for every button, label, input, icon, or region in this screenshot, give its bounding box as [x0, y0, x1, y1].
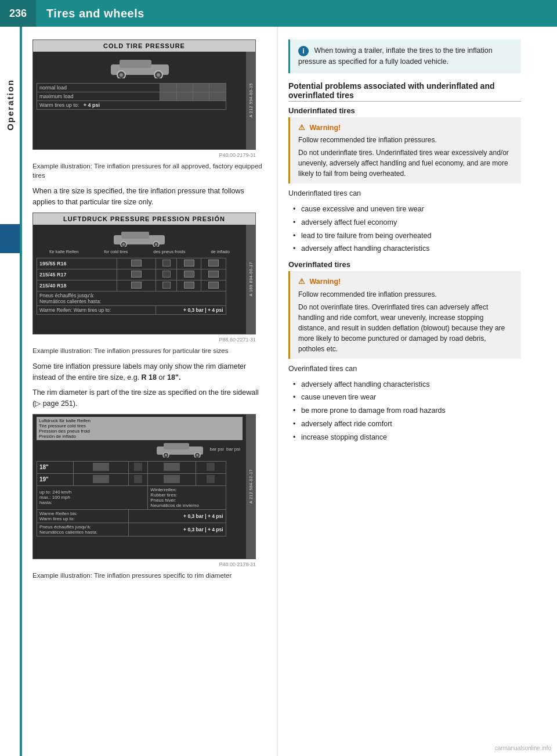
- svg-point-4: [120, 73, 123, 77]
- body2-main: Some tire inflation pressure labels may …: [32, 362, 246, 381]
- left-column: COLD TIRE PRESSURE norma: [22, 27, 277, 756]
- diagram-rim-specific: Luftdruck für kalte Reifen Tire pressure…: [32, 414, 256, 559]
- warning-box-overinflated: ⚠ Warning! Follow recommended tire infla…: [288, 271, 521, 359]
- sub-heading-underinflated: Underinflated tires: [288, 106, 521, 115]
- svg-rect-13: [164, 443, 189, 449]
- warning-title-overinflated: ⚠ Warning!: [298, 276, 513, 287]
- diagram3-ref-side: A 212 584-02-17: [249, 469, 253, 503]
- section-heading-problems: Potential problems associated with under…: [288, 81, 521, 102]
- sub-heading-overinflated: Overinflated tires: [288, 260, 521, 269]
- diagram2-ref: P88.60·2271·31: [32, 337, 256, 343]
- main-content: Operation COLD TIRE PRESSURE: [0, 27, 557, 756]
- diagram3-ref: P40.00·2178·31: [32, 561, 256, 567]
- diagram2-title: LUFTDRUCK PRESSURE PRESSION PRESIÓN: [33, 213, 255, 225]
- bullet-over-3: be more prone to damage from road hazard…: [293, 405, 521, 416]
- page-title: Tires and wheels: [36, 7, 144, 20]
- overinflated-bullets: adversely affect handling characteristic…: [293, 379, 521, 443]
- diagram1-ref-side: A 212 594-00-15: [249, 83, 253, 117]
- right-column: i When towing a trailer, inflate the tir…: [277, 27, 533, 756]
- body2-bold2: 18".: [167, 373, 180, 381]
- diagram1-table: normal load maximum load: [37, 83, 226, 110]
- diagram1-main: normal load maximum load: [33, 52, 246, 149]
- warning-triangle-icon-2: ⚠: [298, 276, 305, 287]
- header-bar: 236 Tires and wheels: [0, 0, 557, 27]
- warning-title-underinflated: ⚠ Warning!: [298, 122, 513, 134]
- bullet-over-2: cause uneven tire wear: [293, 392, 521, 403]
- diagram2-inner: für kalte Reifen for cold tires des pneu…: [33, 225, 255, 334]
- underinflated-bullets: cause excessive and uneven tire wear adv…: [293, 204, 521, 254]
- page-number: 236: [0, 0, 36, 27]
- diagram1-inner: normal load maximum load: [33, 52, 255, 149]
- sidebar: Operation: [0, 27, 22, 756]
- diagram1-side: A 212 594-00-15: [246, 52, 255, 149]
- diagram3-caption: Example illustration: Tire inflation pre…: [32, 571, 266, 580]
- body-text-3: The rim diameter is part of the tire siz…: [32, 387, 266, 409]
- bullet-over-1: adversely affect handling characteristic…: [293, 379, 521, 390]
- bullet-over-4: adversely affect ride comfort: [293, 419, 521, 430]
- body2-bold1: R 18: [142, 373, 157, 381]
- diagram3-table: 18" 19": [37, 461, 226, 537]
- diagram3-side: A 212 584-02-17: [246, 415, 255, 559]
- svg-point-16: [165, 454, 167, 456]
- diagram2-side: A 169 894-00-17: [246, 225, 255, 334]
- info-box-trailer: i When towing a trailer, inflate the tir…: [288, 39, 521, 73]
- over-warning-line-2: Do not overinflate tires. Overinflated t…: [298, 302, 513, 354]
- sidebar-marker: [0, 224, 20, 253]
- overinflated-intro: Overinflated tires can: [288, 363, 521, 375]
- car-diagram-svg: [105, 56, 175, 78]
- diagram1-caption: Example illustration: Tire inflation pre…: [32, 161, 266, 180]
- diagram1-ref: P40.00·2179·31: [32, 152, 256, 158]
- info-icon: i: [298, 46, 309, 56]
- watermark: carmanualsonline.info: [495, 745, 551, 751]
- svg-point-5: [157, 73, 160, 77]
- warning-line-2: Do not underinflate tires. Underinflated…: [298, 147, 513, 179]
- bullet-under-4: adversely affect handling characteristic…: [293, 243, 521, 254]
- body2-or: or: [159, 373, 168, 381]
- info-box-text: When towing a trailer, inflate the tires…: [298, 46, 493, 66]
- svg-rect-1: [120, 60, 151, 68]
- diagram2-ref-side: A 169 894-00-17: [249, 262, 253, 296]
- bullet-over-5: increase stopping distance: [293, 432, 521, 443]
- diagram3-main: Luftdruck für kalte Reifen Tire pressure…: [33, 415, 246, 559]
- diagram2-main: für kalte Reifen for cold tires des pneu…: [33, 225, 246, 334]
- sidebar-label: Operation: [5, 79, 15, 131]
- svg-point-17: [196, 454, 198, 456]
- diagram3-inner: Luftdruck für kalte Reifen Tire pressure…: [33, 415, 255, 559]
- body-text-2: Some tire inflation pressure labels may …: [32, 361, 266, 383]
- car-diagram3-svg: [155, 441, 208, 458]
- diagram2-caption: Example illustration: Tire inflation pre…: [32, 346, 266, 355]
- svg-point-11: [155, 243, 157, 246]
- diagram1-title: COLD TIRE PRESSURE: [33, 40, 255, 52]
- bullet-under-1: cause excessive and uneven tire wear: [293, 204, 521, 215]
- warning-line-1: Follow recommended tire inflation pressu…: [298, 135, 513, 145]
- underinflated-intro: Underinflated tires can: [288, 188, 521, 199]
- body-text-1: When a tire size is specified, the tire …: [32, 186, 266, 208]
- car-diagram2-svg: [111, 229, 169, 247]
- bullet-under-2: adversely affect fuel economy: [293, 217, 521, 228]
- warning-triangle-icon: ⚠: [298, 122, 305, 134]
- diagram2-table: 195/55 R16 215/45 R17: [37, 258, 226, 315]
- warning-box-underinflated: ⚠ Warning! Follow recommended tire infla…: [288, 117, 521, 184]
- diagram-luftdruck: LUFTDRUCK PRESSURE PRESSION PRESIÓN für: [32, 213, 256, 334]
- over-warning-line-1: Follow recommended tire inflation pressu…: [298, 289, 513, 300]
- diagram-cold-tire-pressure: COLD TIRE PRESSURE norma: [32, 39, 256, 150]
- bullet-under-3: lead to tire failure from being overheat…: [293, 231, 521, 242]
- svg-rect-7: [121, 232, 149, 239]
- svg-point-10: [122, 243, 125, 246]
